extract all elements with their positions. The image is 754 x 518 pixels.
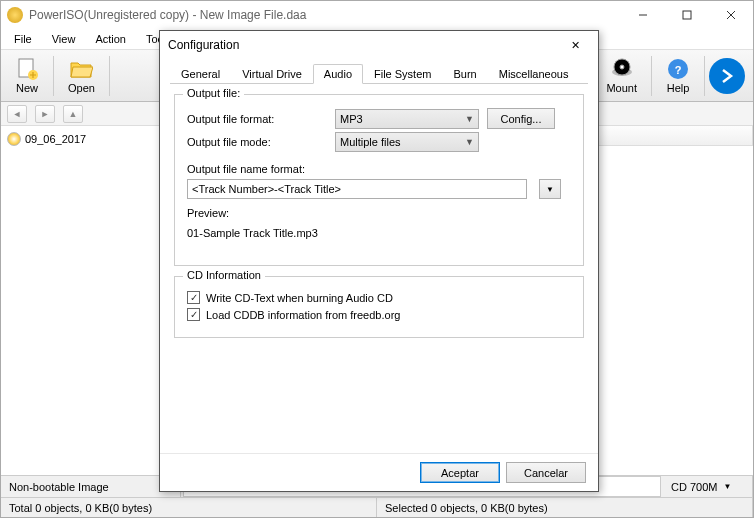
svg-point-8 [620, 65, 624, 69]
dialog-tabs: General Virtual Drive Audio File System … [170, 63, 588, 84]
load-cddb-checkbox[interactable]: ✓ [187, 308, 200, 321]
cancel-button[interactable]: Cancelar [506, 462, 586, 483]
output-format-label: Output file format: [187, 113, 327, 125]
ok-button[interactable]: Aceptar [420, 462, 500, 483]
preview-value: 01-Sample Track Title.mp3 [187, 227, 571, 239]
help-label: Help [667, 82, 690, 94]
tree-item[interactable]: 09_06_2017 [5, 130, 156, 148]
app-icon [7, 7, 23, 23]
chevron-down-icon: ▼ [465, 114, 474, 124]
mount-button[interactable]: Mount [596, 53, 647, 99]
close-icon: ✕ [571, 39, 580, 52]
tab-content: Output file: Output file format: MP3 ▼ C… [160, 84, 598, 453]
open-icon [69, 57, 93, 81]
help-icon: ? [666, 57, 690, 81]
back-button[interactable]: ◄ [7, 105, 27, 123]
window-title: PowerISO(Unregistered copy) - New Image … [29, 8, 621, 22]
svg-text:?: ? [675, 64, 682, 76]
minimize-button[interactable] [621, 1, 665, 29]
new-label: New [16, 82, 38, 94]
tab-miscellaneous[interactable]: Miscellaneous [488, 64, 580, 84]
preview-label: Preview: [187, 207, 571, 219]
bootable-status: Non-bootable Image [1, 476, 181, 497]
toolbar-separator [109, 56, 110, 96]
titlebar: PowerISO(Unregistered copy) - New Image … [1, 1, 753, 29]
toolbar-separator [651, 56, 652, 96]
tab-general[interactable]: General [170, 64, 231, 84]
cd-information-group: CD Information ✓ Write CD-Text when burn… [174, 276, 584, 338]
help-button[interactable]: ? Help [656, 53, 700, 99]
cd-icon [7, 132, 21, 146]
mount-label: Mount [606, 82, 637, 94]
write-cdtext-checkbox[interactable]: ✓ [187, 291, 200, 304]
output-file-group: Output file: Output file format: MP3 ▼ C… [174, 94, 584, 266]
open-label: Open [68, 82, 95, 94]
toolbar-separator [704, 56, 705, 96]
disc-size-selector[interactable]: CD 700M ▼ [663, 476, 753, 497]
dialog-button-row: Aceptar Cancelar [160, 453, 598, 491]
svg-rect-1 [683, 11, 691, 19]
output-format-value: MP3 [340, 113, 363, 125]
close-button[interactable] [709, 1, 753, 29]
status-bar: Total 0 objects, 0 KB(0 bytes) Selected … [1, 497, 753, 517]
dialog-close-button[interactable]: ✕ [560, 33, 590, 57]
name-format-dropdown[interactable]: ▼ [539, 179, 561, 199]
menu-file[interactable]: File [6, 31, 40, 47]
group-title: CD Information [183, 269, 265, 281]
menu-view[interactable]: View [44, 31, 84, 47]
chevron-down-icon: ▼ [465, 137, 474, 147]
status-selected: Selected 0 objects, 0 KB(0 bytes) [377, 498, 753, 517]
menu-action[interactable]: Action [87, 31, 134, 47]
maximize-button[interactable] [665, 1, 709, 29]
tree-panel: 09_06_2017 [1, 126, 161, 475]
new-icon [15, 57, 39, 81]
name-format-field[interactable]: <Track Number>-<Track Title> [187, 179, 527, 199]
tab-virtual-drive[interactable]: Virtual Drive [231, 64, 313, 84]
forward-button[interactable]: ► [35, 105, 55, 123]
name-format-label: Output file name format: [187, 163, 571, 175]
arrow-right-icon: ► [41, 109, 50, 119]
name-format-value: <Track Number>-<Track Title> [192, 183, 341, 195]
up-button[interactable]: ▲ [63, 105, 83, 123]
chevron-down-icon: ▼ [724, 482, 732, 491]
tab-audio[interactable]: Audio [313, 64, 363, 84]
arrow-left-icon: ◄ [13, 109, 22, 119]
dialog-title: Configuration [168, 38, 560, 52]
group-title: Output file: [183, 87, 244, 99]
load-cddb-label: Load CDDB information from freedb.org [206, 309, 400, 321]
new-button[interactable]: New [5, 53, 49, 99]
configuration-dialog: Configuration ✕ General Virtual Drive Au… [159, 30, 599, 492]
chevron-down-icon: ▼ [546, 185, 554, 194]
dialog-titlebar: Configuration ✕ [160, 31, 598, 59]
status-total: Total 0 objects, 0 KB(0 bytes) [1, 498, 377, 517]
output-mode-label: Output file mode: [187, 136, 327, 148]
arrow-up-icon: ▲ [69, 109, 78, 119]
tab-file-system[interactable]: File System [363, 64, 442, 84]
output-format-combo[interactable]: MP3 ▼ [335, 109, 479, 129]
write-cdtext-label: Write CD-Text when burning Audio CD [206, 292, 393, 304]
open-button[interactable]: Open [58, 53, 105, 99]
window-controls [621, 1, 753, 29]
toolbar-separator [53, 56, 54, 96]
output-mode-value: Multiple files [340, 136, 401, 148]
output-mode-combo[interactable]: Multiple files ▼ [335, 132, 479, 152]
config-button[interactable]: Config... [487, 108, 555, 129]
arrow-right-icon[interactable] [709, 58, 745, 94]
tree-item-label: 09_06_2017 [25, 133, 86, 145]
tab-burn[interactable]: Burn [442, 64, 487, 84]
mount-icon [610, 57, 634, 81]
